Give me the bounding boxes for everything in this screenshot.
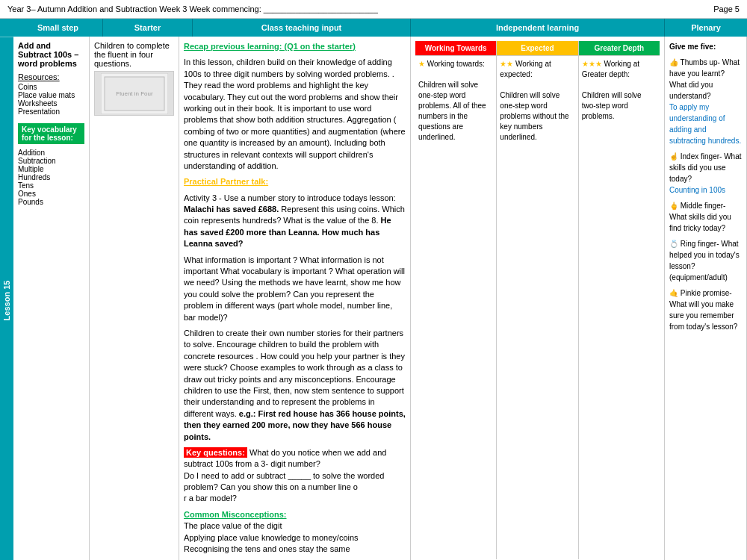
resources-title: Resources:	[18, 72, 84, 81]
common-item-3: Recognising the tens and ones stay the s…	[184, 544, 406, 555]
col-header-independent: Independent learning	[411, 19, 665, 37]
vocab-list: Addition Subtraction Multiple Hundreds T…	[18, 149, 84, 206]
lesson-row: Lesson 15 Add and Subtract 100s – word p…	[0, 37, 747, 560]
working-towards-content: ★ Working towards: Children will solve o…	[415, 56, 497, 559]
thumb-label: 👍 Thumbs up- What have you learnt? What …	[669, 58, 740, 100]
pinkie-label: 🤙 Pinkie promise- What will you make sur…	[669, 289, 737, 331]
common-heading: Common Misconceptions:	[184, 509, 406, 520]
recap-heading: Recap previous learning: (Q1 on the star…	[184, 41, 406, 52]
story-bold: Malachi has saved £688.	[184, 205, 279, 214]
cell-plenary: Give me five: 👍 Thumbs up- What have you…	[665, 37, 747, 560]
column-headers: Small step Starter Class teaching input …	[0, 19, 747, 37]
exp-text: Children will solve one-step word proble…	[500, 90, 574, 143]
common-item-1: The place value of the digit	[184, 520, 406, 532]
list-item: Ones	[18, 190, 84, 198]
cell-teaching: Recap previous learning: (Q1 on the star…	[179, 37, 411, 560]
list-item: Subtraction	[18, 157, 84, 165]
wt-text: Children will solve one-step word proble…	[418, 80, 493, 143]
greater-depth-header: Greater Depth	[579, 41, 660, 55]
list-item: Pounds	[18, 198, 84, 206]
list-item: Multiple	[18, 165, 84, 173]
thumb-item: 👍 Thumbs up- What have you learnt? What …	[669, 57, 742, 146]
list-item: Coins	[18, 83, 84, 91]
para2: Children to create their own number stor…	[184, 328, 406, 443]
exp-stars: ★★ Working at expected:	[500, 59, 574, 80]
common-section: Common Misconceptions: The place value o…	[184, 509, 406, 556]
expected-header: Expected	[497, 41, 578, 55]
small-step-title: Add and Subtract 100s – word problems	[18, 41, 84, 68]
gd-text: Children will solve two-step word proble…	[582, 90, 657, 122]
page-number: Page 5	[713, 4, 740, 13]
col-header-starter: Starter	[103, 19, 193, 37]
col-header-plenary: Plenary	[665, 19, 747, 37]
page-header: Year 3– Autumn Addition and Subtraction …	[0, 0, 747, 19]
list-item: Tens	[18, 181, 84, 190]
index-label: ☝ Index finger- What skills did you use …	[669, 152, 741, 183]
plenary-intro: Give me five:	[669, 41, 742, 52]
starter-text: Children to complete the fluent in four …	[94, 41, 174, 68]
expected-content: ★★ Working at expected: Children will so…	[497, 56, 578, 559]
key-vocab-label: Key vocabulary for the lesson:	[18, 123, 84, 144]
gd-stars: ★★★ Working at Greater depth:	[582, 59, 657, 80]
list-item: Worksheets	[18, 99, 84, 108]
col-header-teaching: Class teaching input	[193, 19, 411, 37]
blue-text2: Counting in 100s	[669, 186, 725, 194]
indep-body: ★ Working towards: Children will solve o…	[415, 56, 660, 559]
cell-starter: Children to complete the fluent in four …	[90, 37, 179, 560]
cell-independent: Working Towards Expected Greater Depth ★…	[411, 37, 665, 560]
key-questions-section: Key questions: What do you notice when w…	[184, 447, 406, 505]
blue-text1: To apply my understanding of adding and …	[669, 103, 741, 145]
practical-partner-label: Practical Partner talk:	[184, 177, 268, 186]
working-towards-header: Working Towards	[415, 41, 497, 55]
middle-label: 🖕 Middle finger- What skills did you fin…	[669, 202, 731, 232]
greater-depth-content: ★★★ Working at Greater depth: Children w…	[579, 56, 660, 559]
list-item: Hundreds	[18, 173, 84, 181]
para1: In this lesson, children build on their …	[184, 57, 406, 172]
common-item-2: Applying place value knowledge to money/…	[184, 532, 406, 544]
middle-item: 🖕 Middle finger- What skills did you fin…	[669, 200, 742, 234]
activity3: Activity 3 - Use a number story to intro…	[184, 193, 406, 250]
starter-image: Fluent in Four	[94, 71, 174, 116]
lesson-number: Lesson 15	[0, 37, 13, 560]
key-questions-label: Key questions:	[184, 447, 247, 458]
plenary-content: Give me five: 👍 Thumbs up- What have you…	[669, 41, 742, 332]
resources-list: Coins Place value mats Worksheets Presen…	[18, 83, 84, 116]
list-item: Addition	[18, 149, 84, 157]
header-title: Year 3– Autumn Addition and Subtraction …	[7, 4, 378, 13]
index-item: ☝ Index finger- What skills did you use …	[669, 151, 742, 196]
list-item: Place value mats	[18, 91, 84, 99]
pinkie-item: 🤙 Pinkie promise- What will you make sur…	[669, 287, 742, 332]
cell-small-step: Add and Subtract 100s – word problems Re…	[13, 37, 90, 560]
col-header-small-step: Small step	[13, 19, 103, 37]
svg-text:Fluent in Four: Fluent in Four	[116, 90, 153, 97]
wt-title: Working towards:	[427, 60, 485, 68]
wt-stars: ★ Working towards:	[418, 59, 493, 69]
indep-header: Working Towards Expected Greater Depth	[415, 41, 660, 56]
questions: What information is important ? What inf…	[184, 255, 406, 323]
practical-heading: Practical Partner talk:	[184, 176, 406, 187]
ring-item: 💍 Ring finger- What helped you in today'…	[669, 238, 742, 283]
lesson-content: Add and Subtract 100s – word problems Re…	[13, 37, 747, 560]
ring-label: 💍 Ring finger- What helped you in today'…	[669, 240, 740, 281]
activity3-text: Activity 3 - Use a number story to intro…	[184, 193, 396, 202]
list-item: Presentation	[18, 108, 84, 116]
